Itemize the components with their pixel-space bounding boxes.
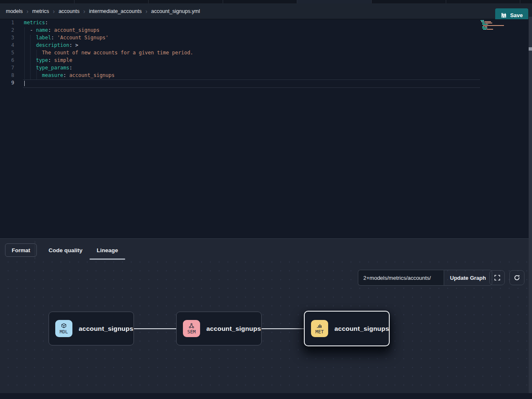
line-number: 4 <box>0 42 14 50</box>
panel-tabs: Code qualityLineage <box>41 239 125 262</box>
bar-chart-badge: MET <box>311 320 328 337</box>
bottom-panel-header: Format Code qualityLineage <box>0 238 532 261</box>
code-line: 9 <box>0 80 532 87</box>
panel-divider <box>35 241 35 259</box>
refresh-button[interactable] <box>509 270 524 285</box>
node-label: account_signups <box>79 325 133 332</box>
line-number: 8 <box>0 72 14 80</box>
line-number: 2 <box>0 27 14 35</box>
code-line: 6 type: simple <box>0 57 532 65</box>
code-line: 8 measure: account_signups <box>0 72 532 80</box>
breadcrumb-item[interactable]: accounts <box>59 8 80 14</box>
editor-file-tab[interactable] <box>149 0 223 3</box>
lineage-controls: Update Graph <box>358 270 492 285</box>
lineage-node-mdl[interactable]: MDLaccount_signups <box>49 312 134 345</box>
chevron-right-icon: › <box>83 8 85 14</box>
tab-strip-stub <box>520 0 532 3</box>
code-line: 4 description: > <box>0 42 532 50</box>
chevron-right-icon: › <box>26 8 28 14</box>
cube-icon <box>61 323 67 329</box>
active-tab-underline <box>90 258 125 260</box>
lineage-selector-input[interactable] <box>358 270 444 286</box>
editor-file-tab[interactable] <box>372 0 446 3</box>
line-number: 9 <box>0 80 14 87</box>
save-label: Save <box>510 12 523 18</box>
scrollbar-track[interactable] <box>529 17 532 393</box>
editor-file-tab[interactable] <box>0 0 75 3</box>
code-line: 3 label: 'Account Signups' <box>0 35 532 42</box>
lineage-edge <box>134 328 177 329</box>
code-text[interactable]: description: > <box>24 42 78 50</box>
line-number: 6 <box>0 57 14 65</box>
cube-badge: MDL <box>55 320 72 337</box>
editor-file-tab[interactable] <box>297 0 372 3</box>
text-cursor <box>24 81 25 86</box>
scrollbar-thumb[interactable] <box>529 47 532 51</box>
chevron-right-icon: › <box>53 8 55 14</box>
code-editor[interactable]: 1metrics:2 - name: account_signups3 labe… <box>0 19 532 238</box>
lineage-edge <box>262 328 304 329</box>
breadcrumb-item[interactable]: models <box>6 8 23 14</box>
tab-label: Lineage <box>97 247 118 253</box>
format-button[interactable]: Format <box>5 243 37 257</box>
network-badge: SEM <box>183 320 200 337</box>
breadcrumb: models›metrics›accounts›intermediate_acc… <box>6 8 200 14</box>
bottom-strip <box>0 393 532 399</box>
line-number: 1 <box>0 20 14 27</box>
node-type-code: SEM <box>188 330 196 335</box>
fullscreen-icon <box>494 274 501 281</box>
code-text[interactable]: label: 'Account Signups' <box>24 35 108 42</box>
line-number: 5 <box>0 50 14 57</box>
line-number: 7 <box>0 65 14 72</box>
lineage-node-sem[interactable]: SEMaccount_signups <box>176 312 262 345</box>
code-line: 1metrics: <box>0 20 532 27</box>
code-text[interactable]: type: simple <box>24 57 72 65</box>
node-type-code: MDL <box>60 330 68 335</box>
network-icon <box>188 323 195 329</box>
code-line: 5 The count of new accounts for a given … <box>0 50 532 57</box>
lineage-node-met[interactable]: METaccount_signups <box>304 311 390 346</box>
line-number: 3 <box>0 35 14 42</box>
top-tab-strip <box>0 0 532 3</box>
minimap[interactable] <box>481 20 507 31</box>
node-type-code: MET <box>316 330 324 335</box>
node-label: account_signups <box>334 325 389 332</box>
tab-label: Code quality <box>49 247 82 253</box>
editor-file-tab[interactable] <box>223 0 298 3</box>
code-text[interactable]: metrics: <box>24 20 48 27</box>
refresh-icon <box>514 274 520 281</box>
code-text[interactable]: The count of new accounts for a given ti… <box>24 50 193 57</box>
tab-code-quality[interactable]: Code quality <box>41 239 90 262</box>
node-label: account_signups <box>206 325 261 332</box>
save-icon <box>501 12 507 18</box>
code-line: 2 - name: account_signups <box>0 27 532 35</box>
update-graph-button[interactable]: Update Graph <box>444 270 492 286</box>
code-text[interactable]: measure: account_signups <box>24 72 115 80</box>
code-text[interactable]: type_params: <box>24 65 72 72</box>
editor-file-tab[interactable] <box>75 0 149 3</box>
code-line: 7 type_params: <box>0 65 532 72</box>
breadcrumb-bar: models›metrics›accounts›intermediate_acc… <box>0 3 532 19</box>
code-text[interactable]: - name: account_signups <box>24 27 100 35</box>
lineage-canvas[interactable]: Update Graph MDLaccount_signupsSEMaccoun… <box>0 261 532 393</box>
tab-lineage[interactable]: Lineage <box>90 239 125 262</box>
fullscreen-button[interactable] <box>489 270 505 285</box>
breadcrumb-item[interactable]: metrics <box>32 8 49 14</box>
bar-chart-icon <box>316 323 323 329</box>
breadcrumb-item[interactable]: account_signups.yml <box>151 8 200 14</box>
chevron-right-icon: › <box>145 8 147 14</box>
breadcrumb-item[interactable]: intermediate_accounts <box>89 8 142 14</box>
editor-file-tab[interactable] <box>446 0 521 3</box>
